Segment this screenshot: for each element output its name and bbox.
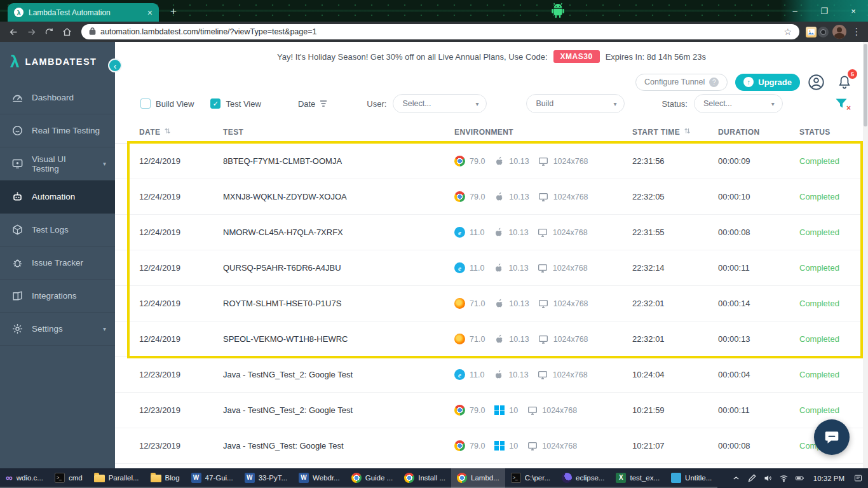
sidebar-item-issue-tracker[interactable]: Issue Tracker xyxy=(0,247,115,280)
sort-icon[interactable] xyxy=(164,127,171,137)
cell-duration: 00:00:13 xyxy=(718,334,799,344)
back-icon[interactable] xyxy=(5,24,22,40)
table-row[interactable]: 12/24/2019MXNJ8-WQKLN-ZDYDW-XOJOA79.010.… xyxy=(115,179,868,215)
taskbar-item-cmd[interactable]: >_cmd xyxy=(49,468,88,488)
home-icon[interactable] xyxy=(58,24,75,40)
sidebar-item-settings[interactable]: Settings▾ xyxy=(0,313,115,346)
scrollbar-thumb[interactable] xyxy=(864,44,867,126)
column-header-date[interactable]: DATE xyxy=(139,127,223,137)
test-view-label: Test View xyxy=(226,99,261,109)
taskbar-item-blog[interactable]: Blog xyxy=(145,468,186,488)
cell-test-name[interactable]: MXNJ8-WQKLN-ZDYDW-XOJOA xyxy=(223,192,454,201)
sidebar-item-dashboard[interactable]: Dashboard xyxy=(0,81,115,114)
test-view-checkbox[interactable]: ✓ Test View xyxy=(210,98,261,109)
system-tray: 10:32 PM xyxy=(728,468,868,488)
cell-test-name[interactable]: Java - TestNG_Test_2: Google Test xyxy=(223,405,454,415)
tray-chevron-up-icon[interactable] xyxy=(731,473,742,484)
table-row[interactable]: 12/24/2019QURSQ-P5AHR-T6DR6-A4JBUe11.010… xyxy=(115,250,868,286)
cell-test-name[interactable]: SPEOL-VEKMO-WT1H8-HEWRC xyxy=(223,334,454,344)
column-header-start-time[interactable]: START TIME xyxy=(632,127,718,137)
account-avatar-icon[interactable] xyxy=(808,74,825,91)
cell-test-name[interactable]: QURSQ-P5AHR-T6DR6-A4JBU xyxy=(223,263,454,273)
sort-icon[interactable] xyxy=(684,127,691,137)
upgrade-button[interactable]: ↑ Upgrade xyxy=(735,74,800,91)
taskbar-item-untitle[interactable]: Untitle... xyxy=(665,468,717,488)
cell-test-name[interactable]: Java - TestNG_Test: Google Test xyxy=(223,441,454,451)
taskbar-items: ∞wdio.c...>_cmdParallel...BlogW47-Gui...… xyxy=(0,468,717,488)
cell-test-name[interactable]: Java - TestNG_Test_2: Google Test xyxy=(223,370,454,379)
tab-close-icon[interactable]: × xyxy=(147,8,153,18)
date-sort-control[interactable]: Date xyxy=(298,99,327,109)
column-header-test[interactable]: TEST xyxy=(223,128,454,137)
browser-tab[interactable]: λ LambdaTest Automation × xyxy=(8,3,159,22)
sidebar-item-test-logs[interactable]: Test Logs xyxy=(0,214,115,247)
taskbar-item-test-ex[interactable]: Xtest_ex... xyxy=(610,468,665,488)
taskbar-item-parallel[interactable]: Parallel... xyxy=(88,468,145,488)
column-header-duration[interactable]: DURATION xyxy=(718,128,799,137)
cell-test-name[interactable]: ROYTM-SLHMT-HSET0-P1U7S xyxy=(223,299,454,308)
sidebar-collapse-icon[interactable]: ‹ xyxy=(108,58,122,72)
clock[interactable]: 10:32 PM xyxy=(811,475,847,482)
build-select[interactable]: Build ▾ xyxy=(526,94,625,113)
image-extension-icon[interactable] xyxy=(806,27,817,37)
clear-filter-icon[interactable]: × xyxy=(846,104,851,112)
bookmark-star-icon[interactable]: ☆ xyxy=(783,27,792,37)
url-text[interactable]: automation.lambdatest.com/timeline/?view… xyxy=(100,27,779,36)
volume-icon[interactable] xyxy=(763,473,773,484)
column-header-environment[interactable]: ENVIRONMENT xyxy=(454,128,632,137)
pen-icon[interactable] xyxy=(747,473,757,484)
action-center-icon[interactable] xyxy=(853,473,863,484)
forward-icon[interactable] xyxy=(23,24,39,40)
build-view-checkbox[interactable]: Build View xyxy=(140,98,194,109)
table-row[interactable]: 12/24/20198BTEQ-F7YM1-CLMBT-OOMJA79.010.… xyxy=(115,144,868,179)
cell-date: 12/23/2019 xyxy=(139,441,223,451)
address-bar[interactable]: automation.lambdatest.com/timeline/?view… xyxy=(81,24,799,39)
cell-start-time: 10:21:59 xyxy=(632,405,718,415)
taskbar-item-wdio-c[interactable]: ∞wdio.c... xyxy=(0,468,49,488)
lambdatest-logo[interactable]: λ LAMBDATEST xyxy=(0,42,115,81)
table-row[interactable]: 12/23/2019Java - TestNG_Test_2: Google T… xyxy=(115,357,868,393)
table-row[interactable]: 12/24/2019NMORW-CL45A-H7QLA-7XRFXe11.010… xyxy=(115,215,868,250)
notifications-bell-icon[interactable]: 5 xyxy=(836,74,853,90)
taskbar-item-eclipse[interactable]: eclipse... xyxy=(556,468,610,488)
maximize-icon[interactable]: ❐ xyxy=(810,0,839,22)
minimize-icon[interactable]: – xyxy=(780,0,810,22)
table-row[interactable]: 12/24/2019ROYTM-SLHMT-HSET0-P1U7S71.010.… xyxy=(115,286,868,322)
sidebar-item-real-time-testing[interactable]: Real Time Testing xyxy=(0,114,115,147)
user-select[interactable]: Select... ▾ xyxy=(393,94,487,113)
close-icon[interactable]: × xyxy=(839,0,868,22)
taskbar-item-c-per[interactable]: >_C:\per... xyxy=(505,468,556,488)
table-body: 12/24/20198BTEQ-F7YM1-CLMBT-OOMJA79.010.… xyxy=(115,144,868,464)
taskbar-item-label: Guide ... xyxy=(365,474,393,482)
taskbar-item-guide[interactable]: Guide ... xyxy=(346,468,398,488)
new-tab-button[interactable]: + xyxy=(166,4,180,18)
battery-icon[interactable] xyxy=(795,473,805,484)
browser-profile-avatar[interactable] xyxy=(832,25,846,39)
menu-kebab-icon[interactable]: ⋮ xyxy=(850,26,863,37)
network-icon[interactable] xyxy=(779,473,789,484)
status-select[interactable]: Select... ▾ xyxy=(694,94,783,113)
user-select-value: Select... xyxy=(402,99,431,108)
table-row[interactable]: 12/24/2019SPEOL-VEKMO-WT1H8-HEWRC71.010.… xyxy=(115,322,868,357)
taskbar-item-install[interactable]: Install ... xyxy=(398,468,451,488)
page-scrollbar[interactable] xyxy=(863,42,868,468)
taskbar-item-47-gui[interactable]: W47-Gui... xyxy=(186,468,239,488)
table-row[interactable]: 12/23/2019Java - TestNG_Test_2: Google T… xyxy=(115,393,868,428)
sidebar-item-integrations[interactable]: Integrations xyxy=(0,280,115,313)
cell-test-name[interactable]: 8BTEQ-F7YM1-CLMBT-OOMJA xyxy=(223,156,454,166)
refresh-icon[interactable] xyxy=(41,24,57,40)
chat-widget-button[interactable] xyxy=(814,419,850,455)
configure-tunnel-button[interactable]: Configure Tunnel ? xyxy=(635,74,728,91)
filter-funnel-icon[interactable]: × xyxy=(834,96,849,111)
cell-date: 12/24/2019 xyxy=(139,334,223,344)
taskbar-item-33-pyt[interactable]: W33-PyT... xyxy=(239,468,293,488)
cell-test-name[interactable]: NMORW-CL45A-H7QLA-7XRFX xyxy=(223,227,454,237)
taskbar-item-lambd[interactable]: Lambd... xyxy=(451,468,505,488)
column-header-status[interactable]: STATUS xyxy=(799,128,868,137)
taskbar-item-webdr[interactable]: WWebdr... xyxy=(293,468,346,488)
table-row[interactable]: 12/23/2019Java - TestNG_Test: Google Tes… xyxy=(115,428,868,464)
sidebar-item-automation[interactable]: Automation xyxy=(0,180,115,214)
help-icon[interactable]: ? xyxy=(709,78,719,87)
camera-extension-icon[interactable] xyxy=(818,27,829,37)
sidebar-item-visual-ui-testing[interactable]: Visual UI Testing▾ xyxy=(0,147,115,180)
